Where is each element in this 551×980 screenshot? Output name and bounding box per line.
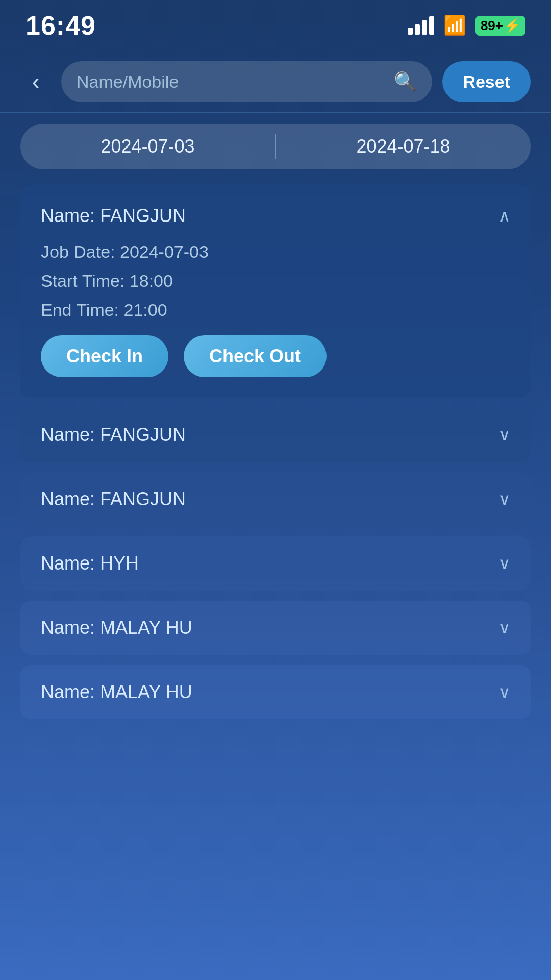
card-2-name: Name: FANGJUN xyxy=(41,424,186,446)
card-6-name: Name: MALAY HU xyxy=(41,681,192,703)
check-out-button[interactable]: Check Out xyxy=(184,335,327,377)
search-input[interactable] xyxy=(77,72,386,92)
card-1-actions: Check In Check Out xyxy=(41,335,510,377)
status-bar: 16:49 📶 89+ ⚡ xyxy=(0,0,551,46)
card-1-name: Name: FANGJUN xyxy=(41,205,186,227)
back-arrow-icon: ‹ xyxy=(32,69,40,94)
search-bar: 🔍 xyxy=(61,61,432,102)
chevron-down-icon-4: ∨ xyxy=(498,554,510,573)
back-button[interactable]: ‹ xyxy=(20,66,51,97)
card-5[interactable]: Name: MALAY HU ∨ xyxy=(20,601,531,655)
wifi-icon: 📶 xyxy=(443,15,466,36)
card-3-name: Name: FANGJUN xyxy=(41,488,186,510)
card-1: Name: FANGJUN ∧ Job Date: 2024-07-03 Sta… xyxy=(20,185,531,398)
signal-icon xyxy=(408,16,434,35)
reset-button[interactable]: Reset xyxy=(442,61,531,102)
header: ‹ 🔍 Reset xyxy=(0,51,551,112)
content-list: Name: FANGJUN ∧ Job Date: 2024-07-03 Sta… xyxy=(0,185,551,719)
chevron-down-icon-5: ∨ xyxy=(498,618,510,638)
card-1-header[interactable]: Name: FANGJUN ∧ xyxy=(41,205,510,227)
start-date[interactable]: 2024-07-03 xyxy=(20,124,275,169)
date-range-selector[interactable]: 2024-07-03 2024-07-18 xyxy=(20,124,531,169)
search-icon: 🔍 xyxy=(394,71,417,92)
chevron-down-icon-3: ∨ xyxy=(498,489,510,509)
card-1-job-date: Job Date: 2024-07-03 xyxy=(41,242,510,262)
card-1-end-time: End Time: 21:00 xyxy=(41,300,510,320)
status-time: 16:49 xyxy=(26,10,96,41)
chevron-down-icon-6: ∨ xyxy=(498,682,510,702)
chevron-up-icon: ∧ xyxy=(498,206,510,226)
header-divider xyxy=(0,112,551,113)
card-2[interactable]: Name: FANGJUN ∨ xyxy=(20,408,531,462)
card-6[interactable]: Name: MALAY HU ∨ xyxy=(20,665,531,719)
card-3[interactable]: Name: FANGJUN ∨ xyxy=(20,472,531,526)
card-1-start-time: Start Time: 18:00 xyxy=(41,271,510,291)
end-date[interactable]: 2024-07-18 xyxy=(276,124,531,169)
check-in-button[interactable]: Check In xyxy=(41,335,168,377)
card-4[interactable]: Name: HYH ∨ xyxy=(20,536,531,591)
card-5-name: Name: MALAY HU xyxy=(41,617,192,639)
battery-indicator: 89+ ⚡ xyxy=(475,16,525,36)
card-4-name: Name: HYH xyxy=(41,553,139,574)
status-icons: 📶 89+ ⚡ xyxy=(408,15,525,36)
chevron-down-icon-2: ∨ xyxy=(498,425,510,445)
